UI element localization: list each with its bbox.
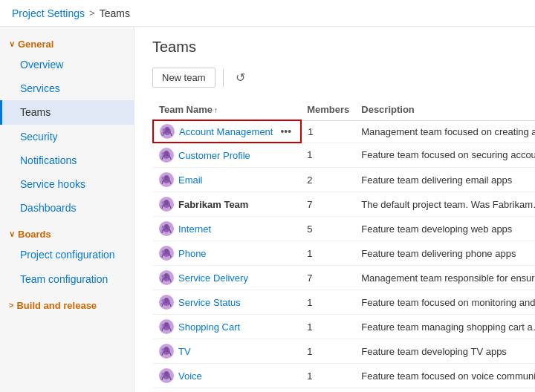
- team-name-cell: Internet: [153, 217, 301, 241]
- team-name-link[interactable]: Email: [178, 174, 203, 186]
- svg-point-4: [164, 175, 169, 180]
- svg-point-19: [162, 348, 165, 351]
- svg-point-18: [164, 347, 169, 351]
- svg-point-6: [164, 200, 169, 204]
- sidebar-section-boards: ∨BoardsProject configurationTeam configu…: [0, 223, 134, 290]
- sidebar-section-header-boards[interactable]: ∨Boards: [0, 223, 134, 243]
- refresh-icon: ↺: [236, 71, 245, 84]
- team-description-cell: Feature team focused on monitoring and: [355, 290, 535, 315]
- breadcrumb-parent-link[interactable]: Project Settings: [12, 7, 85, 19]
- table-row[interactable]: Internet5Feature team developing web app…: [153, 217, 535, 241]
- team-members-cell: 7: [301, 266, 355, 290]
- sidebar-item-team-configuration[interactable]: Team configuration: [0, 267, 134, 291]
- team-icon: [160, 124, 175, 139]
- team-name-link[interactable]: Service Status: [178, 297, 241, 308]
- team-name-link[interactable]: Customer Profile: [178, 150, 250, 161]
- table-row[interactable]: Service Delivery7Management team respons…: [153, 266, 535, 290]
- sidebar-item-dashboards[interactable]: Dashboards: [0, 196, 134, 220]
- svg-point-17: [162, 324, 165, 327]
- team-members-cell: 1: [301, 290, 355, 315]
- sidebar-section-label: General: [18, 39, 54, 50]
- svg-point-10: [164, 249, 169, 253]
- team-icon: [159, 172, 174, 187]
- more-actions-button[interactable]: •••: [277, 124, 294, 139]
- team-description-cell: Feature team focused on securing accoun: [355, 143, 535, 168]
- team-description-cell: Feature team managing shopping cart app: [355, 315, 535, 339]
- chevron-icon: >: [9, 301, 13, 310]
- svg-point-20: [164, 371, 169, 376]
- team-description-cell: Management team responsible for ensure: [355, 266, 535, 290]
- team-name-link[interactable]: Fabrikam Team: [178, 199, 248, 210]
- svg-point-13: [162, 275, 165, 278]
- table-row[interactable]: Email2Feature team delivering email apps: [153, 168, 535, 192]
- team-description-cell: The default project team. Was Fabrikam F…: [355, 192, 535, 217]
- svg-point-2: [164, 151, 169, 155]
- team-name-link[interactable]: Service Delivery: [178, 272, 248, 284]
- team-icon: [159, 319, 174, 334]
- sidebar-section-label: Boards: [18, 229, 51, 240]
- svg-point-5: [162, 177, 165, 180]
- team-members-cell: 2: [301, 168, 355, 192]
- sidebar-item-service-hooks[interactable]: Service hooks: [0, 172, 134, 196]
- sidebar-item-services[interactable]: Services: [0, 76, 134, 100]
- chevron-icon: ∨: [9, 229, 15, 239]
- sidebar-section-general: ∨GeneralOverviewServicesTeamsSecurityNot…: [0, 33, 134, 220]
- team-name-cell: Fabrikam Team: [153, 192, 301, 217]
- sidebar-item-teams[interactable]: Teams: [0, 100, 134, 124]
- team-members-cell: 1: [301, 241, 355, 266]
- team-icon: [159, 246, 174, 261]
- team-description-cell: Feature team developing TV apps: [355, 339, 535, 364]
- svg-point-7: [162, 201, 165, 204]
- refresh-button[interactable]: ↺: [231, 69, 250, 86]
- table-row[interactable]: Fabrikam Team7The default project team. …: [153, 192, 535, 217]
- breadcrumb-separator: >: [89, 7, 95, 19]
- breadcrumb-current: Teams: [100, 7, 130, 19]
- team-name-link[interactable]: Phone: [178, 248, 207, 259]
- sidebar-section-build-and-release: >Build and release: [0, 294, 134, 314]
- team-description-cell: Feature team delivering email apps: [355, 168, 535, 192]
- team-name-cell: Voice: [153, 364, 301, 388]
- svg-point-21: [162, 373, 165, 376]
- team-icon: [159, 368, 174, 383]
- team-description-cell: Feature team delivering phone apps: [355, 241, 535, 266]
- new-team-button[interactable]: New team: [152, 68, 215, 88]
- team-members-cell: 1: [301, 143, 355, 168]
- sidebar-item-project-configuration[interactable]: Project configuration: [0, 243, 134, 267]
- breadcrumb: Project Settings > Teams: [0, 0, 535, 27]
- team-description-cell: Management team focused on creating ar: [355, 120, 535, 143]
- team-members-cell: 5: [301, 217, 355, 241]
- table-row[interactable]: Service Status1Feature team focused on m…: [153, 290, 535, 315]
- sidebar-section-header-build-and-release[interactable]: >Build and release: [0, 294, 134, 314]
- sidebar-item-overview[interactable]: Overview: [0, 53, 134, 76]
- col-header-name[interactable]: Team Name↑: [153, 99, 301, 120]
- table-row[interactable]: Customer Profile1Feature team focused on…: [153, 143, 535, 168]
- sidebar-item-security[interactable]: Security: [0, 125, 134, 148]
- team-icon: [159, 270, 174, 285]
- team-icon: [159, 197, 174, 212]
- team-name-cell: Service Status: [153, 290, 301, 315]
- sidebar-section-header-general[interactable]: ∨General: [0, 33, 134, 53]
- team-icon: [159, 221, 174, 236]
- team-name-link[interactable]: TV: [178, 346, 191, 357]
- table-row[interactable]: Shopping Cart1Feature team managing shop…: [153, 315, 535, 339]
- team-name-link[interactable]: Account Management: [179, 126, 273, 137]
- table-row[interactable]: TV1Feature team developing TV apps: [153, 339, 535, 364]
- table-row[interactable]: Voice1Feature team focused on voice comm…: [153, 364, 535, 388]
- team-name-link[interactable]: Shopping Cart: [178, 321, 240, 333]
- team-name-cell: Shopping Cart: [153, 315, 301, 339]
- svg-point-0: [165, 127, 169, 131]
- chevron-icon: ∨: [9, 39, 15, 49]
- svg-point-14: [164, 298, 169, 302]
- svg-point-1: [163, 128, 166, 131]
- sidebar: ∨GeneralOverviewServicesTeamsSecurityNot…: [0, 27, 134, 392]
- team-name-link[interactable]: Voice: [178, 370, 202, 382]
- teams-table: Team Name↑MembersDescription Account Man…: [152, 99, 535, 388]
- table-row[interactable]: Phone1Feature team delivering phone apps: [153, 241, 535, 266]
- svg-point-12: [164, 273, 169, 278]
- table-row[interactable]: Account Management•••1Management team fo…: [153, 120, 535, 143]
- team-members-cell: 1: [301, 364, 355, 388]
- team-name-link[interactable]: Internet: [178, 223, 211, 235]
- main-content: Teams New team ↺ Team Name↑MembersDescri…: [134, 27, 535, 392]
- svg-point-16: [164, 322, 169, 327]
- sidebar-item-notifications[interactable]: Notifications: [0, 148, 134, 172]
